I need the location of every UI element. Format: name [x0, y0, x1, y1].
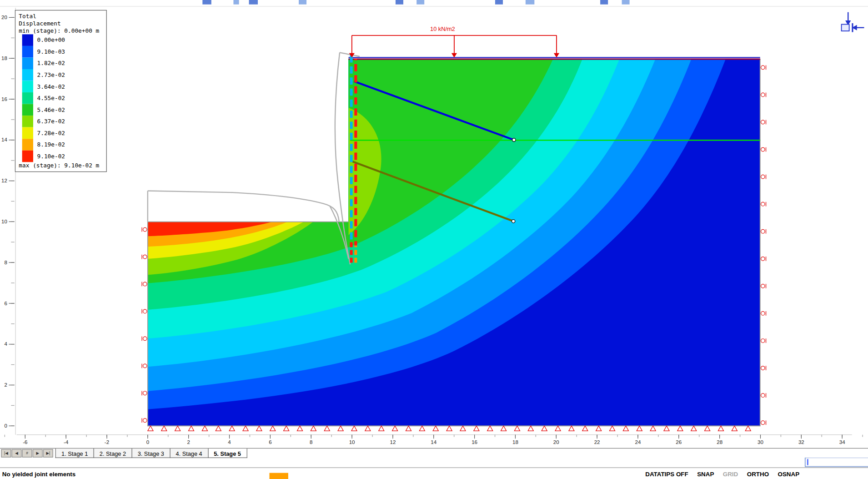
legend-swatch [22, 104, 33, 116]
displacement-contours [148, 59, 760, 426]
legend-swatch [22, 116, 33, 127]
legend-entry: 2.73e-02 [19, 69, 103, 81]
legend-swatch [22, 151, 33, 162]
stage-tab[interactable]: 4. Stage 4 [170, 449, 208, 458]
stage-tab[interactable]: 2. Stage 2 [93, 449, 132, 458]
vertical-ruler: 20181614121086420 [1, 8, 15, 435]
legend-value: 1.82e-02 [37, 60, 65, 67]
svg-text:14: 14 [1, 137, 7, 142]
svg-text:28: 28 [717, 439, 722, 445]
svg-text:-2: -2 [105, 439, 109, 445]
legend-value: 9.10e-03 [37, 48, 65, 55]
stage-tab[interactable]: 1. Stage 1 [55, 449, 94, 458]
load-arrowhead [452, 53, 457, 58]
legend-entry: 4.55e-02 [19, 92, 103, 104]
roller-supports-right [761, 65, 766, 425]
svg-text:2: 2 [4, 382, 7, 388]
legend-swatch [22, 81, 33, 93]
svg-text:24: 24 [635, 439, 641, 445]
taskbar-fragment [270, 473, 288, 479]
horizontal-ruler: -6-4-20246810121416182022242628303234 [5, 435, 863, 445]
anchor-lower-end-node [512, 220, 515, 223]
status-toggle[interactable]: ORTHO [747, 470, 769, 477]
status-toggle[interactable]: OSNAP [778, 470, 800, 477]
svg-text:18: 18 [512, 439, 518, 445]
legend-swatch [22, 46, 33, 58]
pinned-supports-bottom [148, 426, 751, 431]
svg-text:0: 0 [4, 423, 7, 429]
legend-swatch [22, 92, 33, 104]
legend-color-scale: 0.00e+009.10e-031.82e-022.73e-023.64e-02… [19, 34, 103, 162]
legend-value: 4.55e-02 [37, 95, 65, 102]
distributed-load [349, 35, 559, 58]
svg-text:12: 12 [1, 178, 7, 183]
status-toggle[interactable]: GRID [723, 470, 738, 477]
tab-nav-button[interactable]: ▶| [43, 449, 53, 457]
tab-nav-buttons: |◀◀#▶▶| [0, 449, 53, 458]
svg-text:2: 2 [187, 439, 190, 445]
svg-text:30: 30 [758, 439, 763, 445]
load-magnitude-label: 10 kN/m2 [430, 25, 455, 32]
svg-text:20: 20 [1, 15, 7, 20]
legend-entry: 5.46e-02 [19, 104, 103, 116]
legend-max-label: max (stage): 9.10e-02 m [19, 162, 103, 169]
svg-text:0: 0 [146, 439, 149, 445]
legend-value: 9.10e-02 [37, 153, 65, 160]
legend-value: 3.64e-02 [37, 83, 65, 90]
status-toggle[interactable]: DATATIPS OFF [645, 470, 688, 477]
tab-nav-button[interactable]: # [22, 449, 32, 457]
status-bar: No yielded joint elements DATATIPS OFFSN… [0, 467, 868, 479]
svg-text:14: 14 [431, 439, 437, 445]
view-orientation-icon [842, 12, 864, 32]
svg-text:16: 16 [1, 96, 7, 102]
legend-value: 8.19e-02 [37, 141, 65, 148]
svg-text:20: 20 [553, 439, 559, 445]
anchor-upper-end-node [512, 138, 516, 141]
legend-value: 2.73e-02 [37, 71, 65, 79]
tab-nav-button[interactable]: ◀ [12, 449, 22, 457]
status-message: No yielded joint elements [2, 470, 75, 477]
svg-text:4: 4 [228, 439, 231, 445]
legend-swatch [22, 69, 33, 81]
application-window: 10 kN/m2 -6-4-20246810121416182022242628… [0, 0, 868, 479]
legend-entry: 9.10e-03 [19, 46, 103, 58]
legend-entry: 1.82e-02 [19, 57, 103, 69]
svg-text:-4: -4 [64, 439, 69, 445]
svg-text:8: 8 [4, 260, 7, 265]
legend-entry: 6.37e-02 [19, 116, 103, 127]
legend-value: 0.00e+00 [37, 36, 65, 44]
load-arrowhead [554, 53, 559, 58]
tab-nav-button[interactable]: |◀ [1, 449, 11, 457]
legend-swatch [22, 57, 33, 69]
command-input[interactable] [809, 458, 868, 465]
legend-value: 6.37e-02 [37, 118, 65, 125]
legend-swatch [22, 127, 33, 139]
text-caret [807, 459, 808, 465]
svg-text:6: 6 [269, 439, 271, 445]
svg-text:-6: -6 [23, 439, 27, 445]
stage-tab[interactable]: 5. Stage 5 [208, 449, 247, 458]
svg-text:22: 22 [594, 439, 600, 445]
svg-text:34: 34 [839, 439, 845, 445]
legend-swatch [22, 34, 33, 46]
legend-value: 7.28e-02 [37, 130, 65, 137]
svg-text:12: 12 [390, 439, 396, 445]
stage-tab[interactable]: 3. Stage 3 [131, 449, 170, 458]
tab-nav-button[interactable]: ▶ [33, 449, 43, 457]
legend-entry: 3.64e-02 [19, 81, 103, 93]
legend-title-line: Total [19, 13, 103, 20]
legend-entry: 0.00e+00 [19, 34, 103, 46]
svg-text:32: 32 [798, 439, 804, 445]
status-toggle[interactable]: SNAP [697, 470, 714, 477]
svg-text:16: 16 [472, 439, 477, 445]
legend-panel: Total Displacement min (stage): 0.00e+00… [15, 10, 107, 172]
stage-tabs: 1. Stage 12. Stage 23. Stage 34. Stage 4… [55, 449, 246, 458]
legend-min-label: min (stage): 0.00e+00 m [19, 27, 103, 35]
legend-title-line: Displacement [19, 20, 103, 27]
status-toggle-group: DATATIPS OFFSNAPGRIDORTHOOSNAP [645, 470, 799, 477]
model-canvas[interactable]: 10 kN/m2 -6-4-20246810121416182022242628… [0, 0, 868, 479]
legend-entry: 8.19e-02 [19, 139, 103, 151]
svg-text:8: 8 [310, 439, 312, 445]
command-input-box[interactable] [805, 458, 868, 467]
svg-text:4: 4 [4, 341, 7, 347]
